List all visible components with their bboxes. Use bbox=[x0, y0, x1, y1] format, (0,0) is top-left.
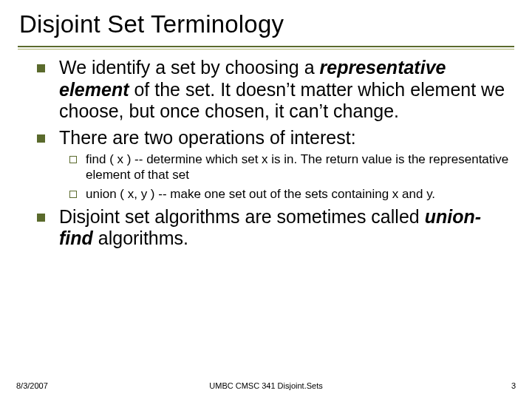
bullet-text: Disjoint set algorithms are sometimes ca… bbox=[59, 206, 425, 227]
footer-date: 8/3/2007 bbox=[16, 381, 48, 390]
slide-title: Disjoint Set Terminology bbox=[18, 10, 514, 44]
bullet-text: We identify a set by choosing a bbox=[59, 57, 320, 78]
bullet-union-find: Disjoint set algorithms are sometimes ca… bbox=[59, 206, 514, 250]
footer-page-number: 3 bbox=[511, 381, 516, 390]
bullet-representative-element: We identify a set by choosing a represen… bbox=[59, 57, 514, 123]
subbullet-text: union ( x, y ) -- make one set out of th… bbox=[86, 187, 435, 201]
subbullet-find: find ( x ) -- determine which set x is i… bbox=[86, 151, 514, 183]
slide-body: We identify a set by choosing a represen… bbox=[18, 50, 514, 250]
bullet-text: algorithms. bbox=[93, 228, 188, 248]
slide: Disjoint Set Terminology We identify a s… bbox=[0, 0, 532, 399]
slide-footer: 8/3/2007 UMBC CMSC 341 Disjoint.Sets 3 bbox=[0, 377, 532, 390]
bullet-two-operations: There are two operations of interest: fi… bbox=[59, 127, 514, 202]
bullet-text: There are two operations of interest: bbox=[59, 127, 356, 148]
subbullet-text: find ( x ) -- determine which set x is i… bbox=[86, 152, 508, 182]
subbullet-union: union ( x, y ) -- make one set out of th… bbox=[86, 186, 514, 202]
footer-source: UMBC CMSC 341 Disjoint.Sets bbox=[209, 381, 322, 390]
